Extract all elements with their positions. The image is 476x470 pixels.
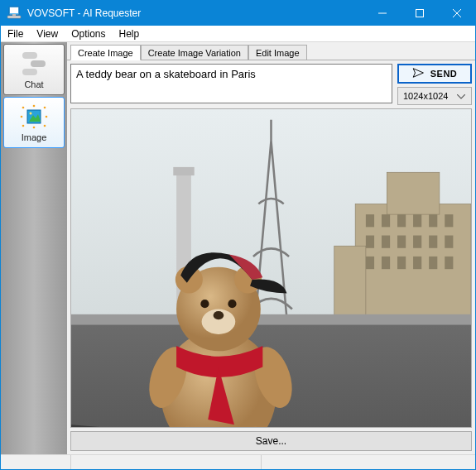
- svg-point-16: [33, 126, 36, 128]
- send-icon: [412, 67, 424, 80]
- svg-rect-40: [397, 257, 406, 269]
- save-button[interactable]: Save...: [70, 431, 472, 451]
- svg-rect-42: [429, 257, 437, 269]
- svg-point-65: [200, 300, 209, 308]
- menu-help[interactable]: Help: [113, 26, 147, 41]
- statusbar: [1, 454, 475, 469]
- svg-point-14: [44, 124, 46, 127]
- svg-rect-5: [416, 10, 423, 17]
- svg-point-17: [21, 115, 23, 118]
- panel-create-image: SEND 1024x1024: [67, 60, 475, 454]
- svg-rect-8: [22, 52, 37, 59]
- app-window: VOVSOFT - AI Requester File View Options…: [0, 0, 476, 470]
- svg-rect-36: [429, 236, 437, 248]
- svg-point-66: [228, 300, 236, 308]
- menubar: File View Options Help: [1, 26, 475, 42]
- svg-point-55: [232, 427, 278, 428]
- menu-file[interactable]: File: [1, 26, 30, 41]
- sidebar: Chat: [1, 42, 67, 454]
- prompt-row: SEND 1024x1024: [70, 64, 472, 105]
- size-select[interactable]: 1024x1024: [397, 87, 472, 105]
- send-label: SEND: [430, 69, 458, 79]
- sidebar-item-chat[interactable]: Chat: [3, 44, 65, 95]
- svg-rect-38: [366, 257, 374, 269]
- svg-point-15: [33, 104, 36, 107]
- svg-rect-30: [429, 214, 437, 227]
- tab-create-image-variation[interactable]: Create Image Variation: [141, 45, 248, 60]
- generated-image: [70, 108, 472, 428]
- svg-rect-26: [366, 214, 374, 227]
- svg-rect-28: [397, 214, 406, 227]
- svg-rect-10: [22, 69, 37, 75]
- status-cell: [262, 455, 475, 469]
- menu-view[interactable]: View: [30, 26, 65, 41]
- svg-rect-3: [12, 14, 16, 16]
- svg-rect-9: [31, 60, 46, 67]
- svg-point-13: [22, 124, 25, 127]
- status-cell: [71, 455, 262, 469]
- svg-point-64: [214, 311, 224, 319]
- svg-rect-1: [10, 7, 18, 13]
- svg-rect-31: [445, 214, 453, 227]
- sidebar-item-label: Image: [22, 132, 47, 142]
- svg-rect-35: [413, 236, 421, 248]
- svg-rect-24: [387, 172, 440, 214]
- svg-point-18: [46, 115, 48, 118]
- titlebar: VOVSOFT - AI Requester: [1, 1, 475, 26]
- chat-icon: [19, 50, 49, 77]
- prompt-input[interactable]: [70, 64, 392, 103]
- app-icon: [6, 5, 22, 22]
- svg-rect-41: [413, 257, 421, 269]
- send-button[interactable]: SEND: [397, 64, 472, 84]
- svg-point-54: [164, 427, 210, 428]
- svg-rect-32: [366, 236, 374, 248]
- svg-point-11: [22, 106, 25, 108]
- svg-rect-29: [413, 214, 421, 227]
- svg-rect-45: [173, 167, 194, 175]
- save-label: Save...: [256, 435, 286, 447]
- svg-point-12: [44, 106, 46, 108]
- svg-rect-37: [445, 236, 453, 248]
- svg-rect-43: [445, 257, 453, 269]
- sidebar-item-image[interactable]: Image: [3, 97, 65, 148]
- svg-rect-25: [334, 246, 366, 319]
- svg-rect-39: [382, 257, 390, 269]
- tab-edit-image[interactable]: Edit Image: [248, 45, 307, 60]
- action-column: SEND 1024x1024: [397, 64, 472, 105]
- image-icon: [19, 103, 49, 130]
- svg-rect-33: [382, 236, 390, 248]
- svg-rect-27: [382, 214, 390, 227]
- sidebar-item-label: Chat: [24, 79, 43, 89]
- body: Chat: [1, 42, 475, 454]
- minimize-button[interactable]: [363, 1, 401, 26]
- window-controls: [363, 1, 475, 26]
- maximize-button[interactable]: [401, 1, 438, 26]
- svg-point-21: [30, 112, 32, 114]
- svg-rect-34: [397, 236, 406, 248]
- chevron-down-icon: [454, 91, 468, 101]
- tab-create-image[interactable]: Create Image: [70, 45, 141, 60]
- close-button[interactable]: [438, 1, 475, 26]
- window-title: VOVSOFT - AI Requester: [27, 7, 363, 19]
- main: Create Image Create Image Variation Edit…: [67, 42, 475, 454]
- size-value: 1024x1024: [403, 91, 448, 101]
- tabstrip: Create Image Create Image Variation Edit…: [67, 42, 475, 60]
- status-cell: [1, 455, 71, 469]
- svg-rect-2: [7, 16, 21, 18]
- menu-options[interactable]: Options: [65, 26, 112, 41]
